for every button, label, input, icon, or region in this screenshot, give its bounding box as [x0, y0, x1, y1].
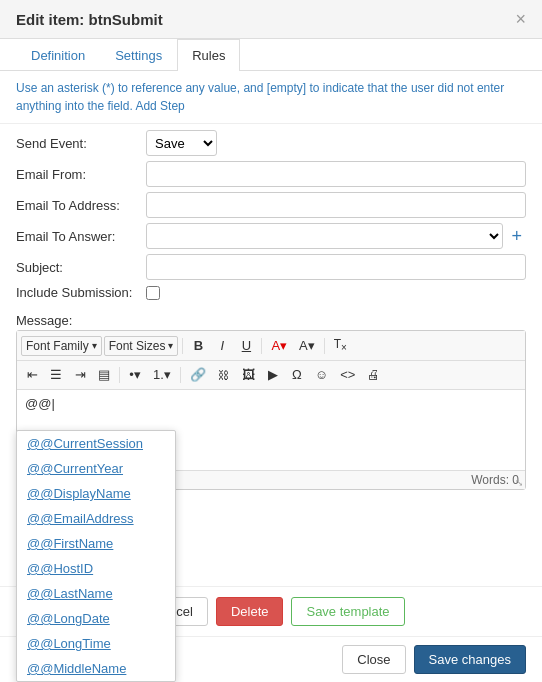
unlink-button[interactable]: ⛓: [213, 366, 235, 385]
autocomplete-item-0[interactable]: @@CurrentSession: [17, 431, 175, 456]
send-event-control: Save Submit Load: [146, 130, 217, 156]
subject-label: Subject:: [16, 260, 146, 275]
close-button[interactable]: Close: [342, 645, 405, 674]
message-label: Message:: [0, 311, 542, 330]
editor-toolbar-row1: Font Family ▾ Font Sizes ▾ B I U A▾ A▾ T…: [17, 331, 525, 361]
resize-handle[interactable]: ⤡: [513, 477, 523, 487]
bold-button[interactable]: B: [187, 335, 209, 357]
font-sizes-dropdown[interactable]: Font Sizes ▾: [104, 336, 179, 356]
close-x-button[interactable]: ×: [515, 10, 526, 28]
align-left-button[interactable]: ⇤: [21, 364, 43, 386]
autocomplete-item-5[interactable]: @@HostID: [17, 556, 175, 581]
editor-toolbar-row2: ⇤ ☰ ⇥ ▤ •▾ 1.▾ 🔗 ⛓ 🖼 ▶ Ω ☺ <> 🖨: [17, 361, 525, 390]
tab-rules[interactable]: Rules: [177, 39, 240, 71]
unordered-list-button[interactable]: •▾: [124, 364, 146, 386]
toolbar-sep-3: [324, 338, 325, 354]
email-to-address-label: Email To Address:: [16, 198, 146, 213]
toolbar-sep-5: [180, 367, 181, 383]
tabs-container: Definition Settings Rules: [0, 39, 542, 71]
font-family-dropdown[interactable]: Font Family ▾: [21, 336, 102, 356]
autocomplete-item-6[interactable]: @@LastName: [17, 581, 175, 606]
align-center-button[interactable]: ☰: [45, 364, 67, 386]
font-family-label: Font Family: [26, 339, 89, 353]
add-step-link[interactable]: Add Step: [135, 99, 184, 113]
email-to-address-input[interactable]: [146, 192, 526, 218]
rules-hint: Use an asterisk (*) to reference any val…: [0, 71, 542, 124]
email-to-answer-control: +: [146, 223, 526, 249]
rules-hint-text: Use an asterisk (*) to reference any val…: [16, 81, 504, 113]
form-section: Send Event: Save Submit Load Email From:…: [0, 124, 542, 311]
toolbar-sep-2: [261, 338, 262, 354]
modal: Edit item: btnSubmit × Definition Settin…: [0, 0, 542, 682]
send-event-select[interactable]: Save Submit Load: [146, 130, 217, 156]
autocomplete-item-3[interactable]: @@EmailAddress: [17, 506, 175, 531]
image-button[interactable]: 🖼: [237, 364, 260, 386]
special-char-button[interactable]: Ω: [286, 364, 308, 386]
include-submission-row: Include Submission:: [16, 285, 526, 300]
email-from-label: Email From:: [16, 167, 146, 182]
align-right-button[interactable]: ⇥: [69, 364, 91, 386]
email-from-input[interactable]: [146, 161, 526, 187]
email-to-address-row: Email To Address:: [16, 192, 526, 218]
media-button[interactable]: ▶: [262, 364, 284, 386]
subject-input[interactable]: [146, 254, 526, 280]
subject-row: Subject:: [16, 254, 526, 280]
autocomplete-item-2[interactable]: @@DisplayName: [17, 481, 175, 506]
editor-text: @@|: [25, 396, 55, 411]
tab-settings[interactable]: Settings: [100, 39, 177, 71]
justify-button[interactable]: ▤: [93, 364, 115, 386]
print-button[interactable]: 🖨: [362, 364, 385, 386]
send-event-row: Send Event: Save Submit Load: [16, 130, 526, 156]
italic-button[interactable]: I: [211, 335, 233, 357]
save-template-button[interactable]: Save template: [291, 597, 404, 626]
send-event-label: Send Event:: [16, 136, 146, 151]
modal-header: Edit item: btnSubmit ×: [0, 0, 542, 39]
remove-format-button[interactable]: T×: [329, 334, 352, 357]
toolbar-sep-1: [182, 338, 183, 354]
bg-color-button[interactable]: A▾: [294, 335, 320, 357]
include-submission-checkbox[interactable]: [146, 286, 160, 300]
autocomplete-item-1[interactable]: @@CurrentYear: [17, 456, 175, 481]
save-changes-button[interactable]: Save changes: [414, 645, 526, 674]
add-email-to-answer-button[interactable]: +: [507, 227, 526, 245]
autocomplete-item-7[interactable]: @@LongDate: [17, 606, 175, 631]
emoji-button[interactable]: ☺: [310, 364, 333, 386]
font-family-chevron: ▾: [92, 340, 97, 351]
toolbar-sep-4: [119, 367, 120, 383]
underline-button[interactable]: U: [235, 335, 257, 357]
font-color-button[interactable]: A▾: [266, 335, 292, 357]
include-submission-label: Include Submission:: [16, 285, 146, 300]
font-sizes-label: Font Sizes: [109, 339, 166, 353]
link-button[interactable]: 🔗: [185, 364, 211, 386]
autocomplete-item-9[interactable]: @@MiddleName: [17, 656, 175, 681]
delete-button[interactable]: Delete: [216, 597, 284, 626]
modal-title: Edit item: btnSubmit: [16, 11, 163, 28]
email-to-answer-select[interactable]: [146, 223, 503, 249]
code-button[interactable]: <>: [335, 364, 360, 386]
email-from-row: Email From:: [16, 161, 526, 187]
autocomplete-item-4[interactable]: @@FirstName: [17, 531, 175, 556]
word-count: Words: 0: [471, 473, 519, 487]
email-to-answer-row: Email To Answer: +: [16, 223, 526, 249]
autocomplete-dropdown: @@CurrentSession @@CurrentYear @@Display…: [16, 430, 176, 682]
tab-definition[interactable]: Definition: [16, 39, 100, 71]
email-to-answer-label: Email To Answer:: [16, 229, 146, 244]
autocomplete-item-8[interactable]: @@LongTime: [17, 631, 175, 656]
ordered-list-button[interactable]: 1.▾: [148, 364, 176, 386]
font-sizes-chevron: ▾: [168, 340, 173, 351]
